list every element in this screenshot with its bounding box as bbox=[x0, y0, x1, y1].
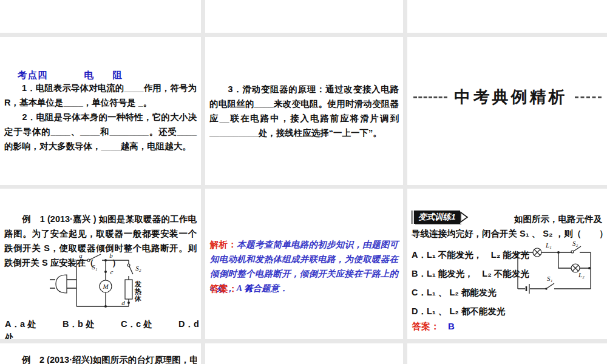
label-s2: S₂ bbox=[572, 240, 578, 247]
branch-right-node bbox=[588, 267, 591, 269]
kaodian-title-label: 考点四 bbox=[18, 70, 48, 80]
switch-s2-symbol bbox=[571, 246, 581, 253]
slide-card-top-1 bbox=[0, 0, 201, 33]
motor-label: M bbox=[102, 283, 109, 290]
section-title: 中考典例精析 bbox=[455, 86, 568, 108]
slide-card-top-3 bbox=[407, 0, 607, 33]
motor-symbol: M bbox=[100, 280, 112, 292]
battery-symbol bbox=[526, 284, 529, 294]
variant-badge: 变式训练1 bbox=[411, 211, 469, 224]
slide-card-example2-partial: 例 2 (2013·绍兴)如图所示的台灯原理图，电源电压 bbox=[0, 343, 201, 364]
variant-intro-line2: 导线连接均完好，闭合开关 S₁ 、 S₂ ，则（ ） bbox=[412, 228, 607, 240]
variant-answer-line: 答案：B bbox=[412, 321, 455, 332]
section-header-row: 中考典例精析 bbox=[407, 87, 607, 107]
badge-arrow-icon bbox=[460, 211, 469, 224]
answer-value: A bbox=[246, 283, 253, 294]
label-heater-3: 体 bbox=[134, 295, 141, 302]
plug-icon bbox=[50, 275, 67, 293]
slide-card-kaodian: 考点四电 阻 1．电阻表示导体对电流的____作用，符号为 R，基本单位是___… bbox=[0, 37, 201, 185]
dash-line-left bbox=[413, 96, 447, 98]
slide-card-bottom-3 bbox=[407, 343, 607, 364]
example2-question-text: 例 2 (2013·绍兴)如图所示的台灯原理图，电源电压 bbox=[4, 354, 197, 364]
slide-card-section-header: 中考典例精析 bbox=[407, 37, 607, 185]
analysis-label: 解析： bbox=[210, 240, 237, 249]
label-d: d bbox=[121, 299, 125, 306]
heater-circuit-diagram: M a b c d S₁ S₂ 发 热 体 bbox=[49, 252, 144, 311]
badge-side-bar bbox=[411, 211, 413, 224]
answer-label: 答案： bbox=[412, 321, 439, 331]
switch-s2-symbol bbox=[127, 264, 133, 274]
label-heater-1: 发 bbox=[134, 280, 141, 288]
slide-card-variant1: 变式训练1 如图所示，电路元件及 导线连接均完好，闭合开关 S₁ 、 S₂ ，则… bbox=[407, 189, 607, 339]
slide-card-huadong: 3．滑动变阻器的原理：通过改变接入电路的电阻丝的____来改变电阻。使用时滑动变… bbox=[205, 37, 403, 185]
plug-leads bbox=[67, 280, 76, 288]
kaodian-title: 考点四电 阻 bbox=[18, 69, 127, 82]
example1-options: A．a 处 B．b 处 C．c 处 D．d 处 bbox=[5, 317, 199, 339]
answer-value: B bbox=[448, 321, 455, 331]
label-a: a bbox=[79, 252, 83, 259]
analysis-answer-line: 答案：A bbox=[210, 283, 253, 295]
variant-options: A．L₁ 不能发光， L₂ 能发光 B．L₁ 能发光， L₂ 不能发光 C．L₁… bbox=[412, 246, 529, 321]
switch-s1-symbol bbox=[545, 283, 554, 290]
lamp-l1-symbol bbox=[533, 248, 541, 257]
heater-element-symbol bbox=[125, 280, 132, 299]
slide-card-example1: 例 1 (2013·嘉兴 ) 如图是某取暖器的工作电路图。为了安全起见，取暖器一… bbox=[0, 189, 201, 339]
label-l2: L₂ bbox=[578, 271, 585, 278]
kaodian-body-text: 1．电阻表示导体对电流的____作用，符号为 R，基本单位是____，单位符号是… bbox=[4, 81, 197, 153]
slide-card-bottom-2 bbox=[205, 343, 403, 364]
label-l1: L₁ bbox=[545, 241, 552, 249]
switch-s1-symbol bbox=[87, 254, 101, 261]
variant-intro-line1: 如图所示，电路元件及 bbox=[514, 214, 602, 225]
label-s2: S₂ bbox=[135, 265, 141, 272]
label-s1: S₁ bbox=[547, 275, 553, 282]
slide-card-analysis1: 解析：本题考查简单电路的初步知识，由题图可知电动机和发热体组成并联电路，为使取暖… bbox=[205, 189, 403, 339]
label-b: b bbox=[109, 252, 113, 259]
node-a bbox=[81, 259, 84, 261]
lamps-circuit-diagram: L₁ S₂ L₂ S₁ bbox=[517, 240, 599, 294]
answer-label: 答案： bbox=[210, 283, 237, 294]
slide-card-top-2 bbox=[205, 0, 403, 33]
dash-line-right bbox=[575, 96, 602, 98]
kaodian-title-name: 电 阻 bbox=[84, 70, 127, 80]
label-s1: S₁ bbox=[92, 263, 98, 271]
label-c: c bbox=[110, 268, 114, 275]
badge-label: 变式训练1 bbox=[414, 211, 460, 224]
huadong-body-text: 3．滑动变阻器的原理：通过改变接入电路的电阻丝的____来改变电阻。使用时滑动变… bbox=[209, 82, 399, 140]
